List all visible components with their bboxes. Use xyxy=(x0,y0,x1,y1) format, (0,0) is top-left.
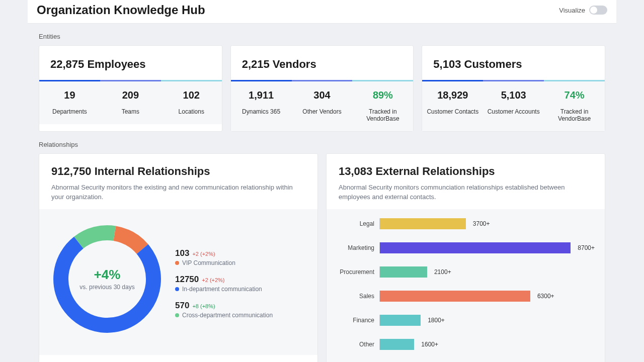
entity-subcol: 209Teams xyxy=(100,80,161,124)
legend-dot-icon xyxy=(175,287,179,291)
external-relationships-desc: Abnormal Security monitors communciation… xyxy=(339,183,593,202)
legend-value: 570 xyxy=(175,301,189,311)
hbar-fill xyxy=(380,218,466,229)
entity-subcol: 304Other Vendors xyxy=(292,80,353,131)
entity-subcol-label: Tracked in VendorBase xyxy=(354,108,411,122)
entity-subcol-label: Customer Contacts xyxy=(424,108,481,115)
entity-subcol-label: Dynamics 365 xyxy=(233,108,290,115)
entity-subcol-value: 19 xyxy=(41,89,98,101)
hbar-category: Marketing xyxy=(337,244,374,251)
entity-subcol-label: Teams xyxy=(102,108,159,115)
hbar-row: Procurement2100+ xyxy=(337,266,595,278)
hbar-category: Sales xyxy=(337,293,374,300)
hbar-fill xyxy=(380,266,427,278)
legend-item: 570+8 (+8%)Cross-department communicatio… xyxy=(175,301,307,319)
entity-subcol-value: 1,911 xyxy=(233,89,290,101)
hbar-fill xyxy=(380,291,530,302)
hbar-fill xyxy=(380,242,571,253)
hbar-row: Other1600+ xyxy=(337,339,595,350)
hbar-category: Other xyxy=(337,341,374,348)
legend-delta: +8 (+8%) xyxy=(192,303,215,309)
entity-subcol-label: Tracked in VendorBase xyxy=(546,108,603,122)
entity-subcol-label: Locations xyxy=(163,108,220,115)
hbar-category: Finance xyxy=(337,317,374,324)
entity-subcol-label: Other Vendors xyxy=(294,108,351,115)
hbar-value: 1800+ xyxy=(428,317,445,324)
entity-subcol-value: 5,103 xyxy=(485,89,542,101)
hbar-fill xyxy=(380,339,414,350)
entity-card-title: 2,215 Vendors xyxy=(242,58,403,71)
legend-value: 103 xyxy=(175,248,189,258)
entity-subcol-label: Departments xyxy=(41,108,98,115)
internal-relationships-desc: Abnormal Security monitors the existing … xyxy=(51,183,305,202)
entity-subcol: 18,929Customer Contacts xyxy=(422,80,483,131)
entity-subcol-value: 102 xyxy=(163,89,220,101)
hbar-fill xyxy=(380,315,421,326)
legend-label: Cross-department communication xyxy=(175,312,307,319)
legend-delta: +2 (+2%) xyxy=(192,251,215,257)
donut-center-sub: vs. previous 30 days xyxy=(79,284,134,291)
legend-delta: +2 (+2%) xyxy=(202,277,224,283)
entity-card[interactable]: 22,875 Employees19Departments209Teams102… xyxy=(39,45,222,132)
hbar-value: 1600+ xyxy=(421,341,438,348)
visualize-label: Visualize xyxy=(559,7,585,14)
entity-subcol: 19Departments xyxy=(39,80,100,124)
internal-relationships-title: 912,750 Internal Relationships xyxy=(51,165,305,178)
visualize-toggle[interactable] xyxy=(589,6,607,15)
hbar-row: Marketing8700+ xyxy=(337,242,595,253)
entity-cards-row: 22,875 Employees19Departments209Teams102… xyxy=(28,45,616,132)
legend-item: 12750+2 (+2%)In-department communication xyxy=(175,275,307,293)
entity-card-title: 22,875 Employees xyxy=(50,58,211,71)
entity-subcol: 5,103Customer Accounts xyxy=(483,80,544,131)
legend-dot-icon xyxy=(175,261,179,265)
hbar-row: Finance1800+ xyxy=(337,315,595,326)
external-relationships-panel: 13,083 External Relationships Abnormal S… xyxy=(326,153,605,362)
hbar-value: 3700+ xyxy=(473,220,490,227)
entity-subcol: 102Locations xyxy=(161,80,222,124)
entity-card[interactable]: 5,103 Customers18,929Customer Contacts5,… xyxy=(422,45,605,132)
legend-label: In-department communication xyxy=(175,286,307,293)
legend-value: 12750 xyxy=(175,275,199,285)
external-bar-chart: Legal3700+Marketing8700+Procurement2100+… xyxy=(327,209,605,362)
entity-card[interactable]: 2,215 Vendors1,911Dynamics 365304Other V… xyxy=(230,45,414,132)
hbar-value: 8700+ xyxy=(578,244,595,251)
entity-subcol: 1,911Dynamics 365 xyxy=(231,80,292,131)
entity-subcol-value: 209 xyxy=(102,89,159,101)
entity-subcol-value: 304 xyxy=(294,89,351,101)
external-relationships-title: 13,083 External Relationships xyxy=(339,165,593,178)
legend-dot-icon xyxy=(175,313,179,317)
visualize-toggle-wrap: Visualize xyxy=(559,6,607,15)
internal-relationships-panel: 912,750 Internal Relationships Abnormal … xyxy=(39,153,318,362)
entity-subcol-value: 18,929 xyxy=(424,89,481,101)
legend-label: VIP Communication xyxy=(175,259,307,266)
hbar-category: Procurement xyxy=(337,268,374,276)
hbar-row: Sales6300+ xyxy=(337,291,595,302)
entity-card-title: 5,103 Customers xyxy=(433,58,594,71)
entity-subcol-value: 74% xyxy=(546,89,603,101)
page-title: Organization Knowledge Hub xyxy=(37,3,205,17)
hbar-value: 6300+ xyxy=(537,293,554,300)
entity-subcol: 89%Tracked in VendorBase xyxy=(352,80,413,131)
entity-subcol-value: 89% xyxy=(354,89,411,101)
legend-item: 103+2 (+2%)VIP Communication xyxy=(175,248,307,266)
donut-center-value: +4% xyxy=(79,267,134,283)
hbar-row: Legal3700+ xyxy=(337,218,595,229)
entities-section-label: Entities xyxy=(28,24,616,45)
entity-subcol-label: Customer Accounts xyxy=(485,108,542,115)
internal-donut-chart: +4% vs. previous 30 days xyxy=(49,218,165,338)
internal-donut-legend: 103+2 (+2%)VIP Communication12750+2 (+2%… xyxy=(175,218,307,327)
hbar-category: Legal xyxy=(337,220,374,227)
relationships-section-label: Relationships xyxy=(28,132,616,153)
entity-subcol: 74%Tracked in VendorBase xyxy=(544,80,605,131)
hbar-value: 2100+ xyxy=(434,268,451,276)
page-header: Organization Knowledge Hub Visualize xyxy=(28,0,616,24)
